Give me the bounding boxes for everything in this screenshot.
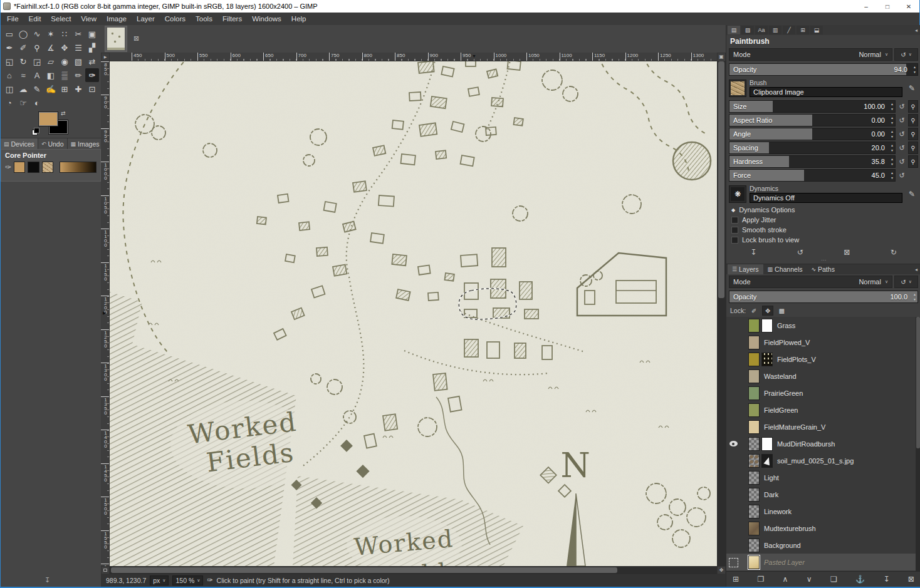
visibility-toggle[interactable] <box>726 418 740 435</box>
slider-track[interactable]: Hardness 35.8 ▲▼ <box>729 155 896 168</box>
dodge-burn-tool[interactable]: ◐ <box>30 96 44 110</box>
spin-buttons[interactable]: ▲▼ <box>891 115 894 125</box>
layer-mode-dropdown[interactable]: Mode Normal ∨ <box>729 276 892 288</box>
tab-channels[interactable]: ▥Channels <box>763 264 807 274</box>
layer-mode-history-button[interactable]: ↺ ∨ <box>894 276 918 288</box>
clone-tool[interactable]: ⊞ <box>58 82 71 96</box>
tab-gradient[interactable]: ╱ <box>783 26 795 34</box>
ink-tool[interactable]: ✎ <box>30 82 44 96</box>
device-gradient-swatch[interactable] <box>60 162 97 173</box>
dynamics-name-field[interactable]: Dynamics Off <box>750 193 902 203</box>
layer-row-wasteland[interactable]: Wasteland <box>726 368 916 384</box>
rectangle-select-tool[interactable]: ▭ <box>3 27 16 41</box>
tab-pattern[interactable]: ▨ <box>741 26 754 34</box>
menu-windows[interactable]: Windows <box>247 13 286 25</box>
flip-tool[interactable]: ⇄ <box>85 54 99 68</box>
perspective-tool[interactable]: ▧ <box>71 54 85 68</box>
rotate-tool[interactable]: ↻ <box>16 54 30 68</box>
tab-devices[interactable]: ▤Devices <box>1 138 38 149</box>
minimize-button[interactable]: – <box>855 0 877 13</box>
spin-buttons[interactable]: ▲▼ <box>891 143 894 153</box>
spacing-slider[interactable]: Spacing 20.0 ▲▼ ↺ ⚲ <box>729 142 918 154</box>
layer-row-fieldplowed[interactable]: FieldPlowed_V <box>726 334 916 351</box>
duplicate-layer-button[interactable]: ❏ <box>830 575 837 584</box>
panel-menu-icon[interactable]: ◂ <box>912 264 920 274</box>
handle-transform-tool[interactable]: ◉ <box>58 54 71 68</box>
spin-buttons[interactable]: ▲▼ <box>891 101 894 111</box>
device-tool-icon[interactable]: ✑ <box>5 163 11 172</box>
eraser-tool[interactable]: ◫ <box>3 82 16 96</box>
warp-transform-tool[interactable]: ≈ <box>16 68 30 82</box>
cage-transform-tool[interactable]: ⌂ <box>3 68 16 82</box>
horizontal-scrollbar-thumb[interactable] <box>111 567 617 573</box>
link-to-dynamics-icon[interactable]: ⚲ <box>908 155 918 168</box>
perspective-clone-tool[interactable]: ⊡ <box>85 82 99 96</box>
default-colors-icon[interactable] <box>32 128 39 135</box>
layer-row-prairiegreen[interactable]: PrairieGreen <box>726 384 916 401</box>
horizontal-ruler[interactable]: 4505005506006507007508008509009501000105… <box>110 53 717 61</box>
new-layer-button[interactable]: ⊞ <box>733 575 739 584</box>
opacity-slider[interactable]: Opacity 94.0 ▲▼ <box>729 63 918 76</box>
link-to-dynamics-icon[interactable]: ⚲ <box>908 100 918 113</box>
tab-undo[interactable]: ↶Undo <box>38 138 68 149</box>
menu-view[interactable]: View <box>76 13 102 25</box>
spin-buttons[interactable]: ▲▼ <box>891 157 894 167</box>
bucket-fill-tool[interactable]: ◧ <box>44 68 58 82</box>
tab-images[interactable]: ▦Images <box>68 138 103 149</box>
reset-icon[interactable]: ↺ <box>897 158 906 166</box>
menu-select[interactable]: Select <box>46 13 76 25</box>
move-tool[interactable]: ✥ <box>58 41 71 54</box>
select-by-color-tool[interactable]: ∷ <box>58 27 71 41</box>
menu-tools[interactable]: Tools <box>191 13 217 25</box>
free-select-tool[interactable]: ∿ <box>30 27 44 41</box>
reset-tool-options-button[interactable]: ↻ <box>891 248 897 257</box>
layer-row-soilmud[interactable]: soil_mud_0025_01_s.jpg <box>726 452 916 469</box>
tab-palette[interactable]: ▥ <box>769 26 781 34</box>
visibility-toggle[interactable] <box>726 401 740 418</box>
visibility-toggle[interactable] <box>726 486 740 503</box>
tab-clipboard[interactable]: ⊞ <box>797 26 809 34</box>
color-picker-tool[interactable]: ✐ <box>16 41 30 54</box>
slider-track[interactable]: Aspect Ratio 0.00 ▲▼ <box>729 114 896 126</box>
visibility-toggle[interactable] <box>726 554 740 570</box>
dock-splitter[interactable]: ⋯ <box>726 259 920 264</box>
zoom-tool[interactable]: ⚲ <box>30 41 44 54</box>
slider-track[interactable]: Angle 0.00 ▲▼ <box>729 128 896 140</box>
visibility-toggle[interactable] <box>726 520 740 537</box>
slider-track[interactable]: Force 45.0 ▲▼ <box>729 169 896 182</box>
angle-slider[interactable]: Angle 0.00 ▲▼ ↺ ⚲ <box>729 128 918 140</box>
align-tool[interactable]: ☰ <box>71 41 85 54</box>
tab-tool-options[interactable]: ⬓ <box>810 26 823 34</box>
restore-tool-preset-button[interactable]: ↺ <box>797 248 803 257</box>
scissors-select-tool[interactable]: ✂ <box>71 27 85 41</box>
brush-name-field[interactable]: Clipboard Image <box>750 87 902 97</box>
paths-tool[interactable]: ✒ <box>3 41 16 54</box>
ellipse-select-tool[interactable]: ◯ <box>16 27 30 41</box>
dynamics-thumbnail[interactable]: ❋ <box>729 185 746 203</box>
vertical-scrollbar-thumb[interactable] <box>718 61 724 298</box>
edit-dynamics-icon[interactable]: ✎ <box>906 188 918 200</box>
tab-fonts[interactable]: Aa <box>755 26 768 34</box>
save-tool-preset-button[interactable]: ↧ <box>750 248 756 257</box>
layer-list-scrollbar[interactable] <box>916 317 920 571</box>
navigation-button[interactable]: ✥ <box>717 566 726 574</box>
close-button[interactable]: ✕ <box>898 0 919 13</box>
visibility-toggle[interactable] <box>726 469 740 486</box>
visibility-toggle[interactable] <box>726 570 740 571</box>
visibility-toggle[interactable] <box>726 317 740 334</box>
tab-layers[interactable]: ☰Layers <box>728 264 763 274</box>
ruler-corner-button[interactable]: ▶ <box>101 53 110 61</box>
layer-row-background[interactable]: Background <box>726 537 916 554</box>
raise-layer-button[interactable]: ∧ <box>783 575 788 584</box>
panel-menu-icon[interactable]: ◂ <box>912 25 920 35</box>
aspect-ratio-slider[interactable]: Aspect Ratio 0.00 ▲▼ ↺ ⚲ <box>729 114 918 126</box>
save-device-status-icon[interactable]: ↧ <box>44 576 50 584</box>
menu-colors[interactable]: Colors <box>160 13 191 25</box>
quick-mask-toggle[interactable] <box>101 566 110 574</box>
merge-down-button[interactable]: ↧ <box>883 575 889 584</box>
lock-brush-to-view-checkbox[interactable]: ◆ Lock brush to view <box>726 235 920 245</box>
link-to-dynamics-icon[interactable]: ⚲ <box>908 142 918 154</box>
layer-opacity-slider[interactable]: Opacity 100.0 ▲▼ <box>729 291 918 303</box>
visibility-toggle[interactable] <box>726 384 740 401</box>
checkbox[interactable] <box>731 217 738 224</box>
